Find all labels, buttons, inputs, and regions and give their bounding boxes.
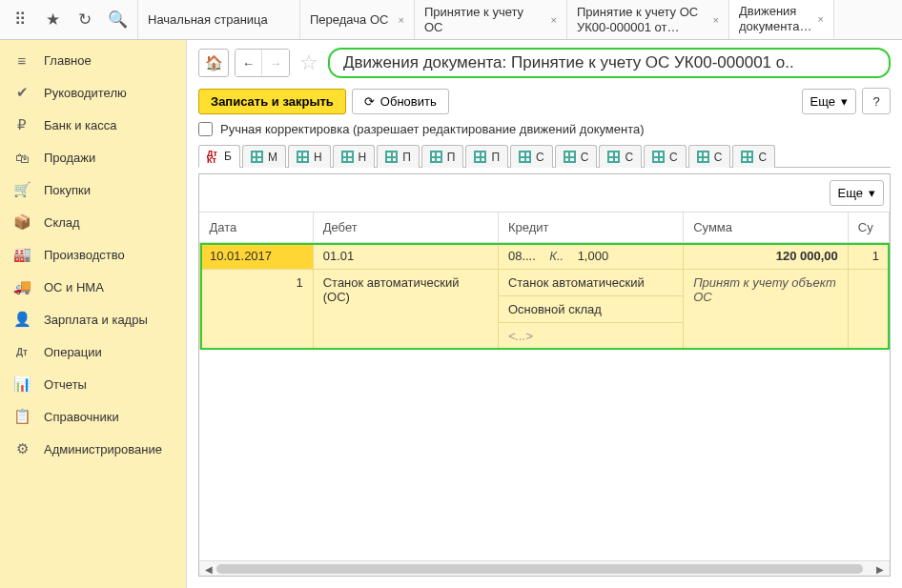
col-debet[interactable]: Дебет — [313, 213, 498, 243]
table-scroll[interactable]: Дата Дебет Кредит Сумма Су 10.01.2017 01… — [199, 213, 890, 560]
grid-icon — [741, 151, 753, 163]
grid-icon — [474, 151, 486, 163]
col-date[interactable]: Дата — [200, 213, 314, 243]
table-row[interactable]: 10.01.2017 01.01 08.... К.. 1,000 120 00… — [200, 243, 890, 270]
grid-icon — [251, 151, 263, 163]
help-button[interactable]: ? — [862, 88, 891, 114]
sidebar-item-reports[interactable]: 📊Отчеты — [0, 368, 186, 400]
scroll-left-icon[interactable]: ◀ — [201, 561, 216, 577]
register-tab[interactable]: С — [599, 145, 642, 168]
movements-table: Дата Дебет Кредит Сумма Су 10.01.2017 01… — [199, 213, 890, 350]
register-tab[interactable]: С — [510, 145, 553, 168]
favorite-icon[interactable]: ☆ — [299, 51, 318, 75]
sidebar-item-production[interactable]: 🏭Производство — [0, 238, 186, 271]
register-tab[interactable]: Н — [333, 145, 376, 168]
register-tab[interactable]: П — [377, 145, 420, 168]
cell-debet-desc: Станок автоматический (ОС) — [313, 270, 498, 350]
topbar: ⠿ ★ ↻ 🔍 Начальная страница Передача ОС ×… — [0, 0, 902, 40]
tab-accept-os[interactable]: Принятие к учету ОС × — [415, 0, 567, 39]
tab-accept-os-doc[interactable]: Принятие к учету ОС УК00-000001 от… × — [567, 0, 729, 39]
register-tab[interactable]: ДтКтБ — [198, 145, 240, 168]
table-row[interactable]: 1 Станок автоматический (ОС) Станок авто… — [200, 270, 890, 350]
sidebar-item-sales[interactable]: 🛍Продажи — [0, 141, 186, 173]
sidebar-item-label: Банк и касса — [44, 118, 117, 132]
sidebar-item-bank[interactable]: ₽Банк и касса — [0, 109, 186, 141]
sidebar-item-label: Продажи — [44, 151, 95, 165]
more-button[interactable]: Еще ▾ — [802, 89, 856, 114]
history-icon[interactable]: ↻ — [71, 6, 99, 34]
sidebar-item-label: Справочники — [44, 410, 119, 424]
close-icon[interactable]: × — [399, 14, 404, 26]
sidebar-item-label: Зарплата и кадры — [44, 313, 148, 327]
menu-icon: ≡ — [13, 51, 31, 69]
register-tab[interactable]: С — [555, 145, 598, 168]
manual-edit-label: Ручная корректировка (разрешает редактир… — [220, 122, 645, 136]
register-tab[interactable]: С — [688, 145, 731, 168]
col-kredit[interactable]: Кредит — [498, 213, 683, 243]
register-tabs: ДтКтБМННПППСССССС — [198, 144, 891, 168]
content: 🏠 ← → ☆ Движения документа: Принятие к у… — [187, 40, 902, 588]
sidebar-item-main[interactable]: ≡Главное — [0, 44, 186, 76]
chevron-down-icon: ▾ — [841, 94, 848, 109]
sidebar-item-admin[interactable]: ⚙Администрирование — [0, 433, 186, 465]
dtkt-icon: Дт — [13, 343, 31, 360]
nav-group: ← → — [235, 49, 290, 77]
scroll-thumb[interactable] — [216, 564, 863, 574]
topbar-icon-group: ⠿ ★ ↻ 🔍 — [0, 0, 138, 39]
sidebar-item-manager[interactable]: ✔Руководителю — [0, 76, 186, 109]
cell-date: 10.01.2017 — [200, 243, 314, 270]
sidebar: ≡Главное ✔Руководителю ₽Банк и касса 🛍Пр… — [0, 40, 187, 588]
register-tab[interactable]: С — [644, 145, 687, 168]
sidebar-item-hr[interactable]: 👤Зарплата и кадры — [0, 303, 186, 335]
manual-edit-checkbox[interactable] — [198, 122, 213, 136]
sidebar-item-label: Главное — [44, 53, 92, 68]
horizontal-scrollbar[interactable]: ◀ ▶ — [199, 560, 890, 576]
close-icon[interactable]: × — [818, 13, 824, 25]
apps-icon[interactable]: ⠿ — [6, 6, 34, 34]
sidebar-item-os[interactable]: 🚚ОС и НМА — [0, 271, 186, 303]
grid-icon — [297, 151, 309, 163]
search-icon[interactable]: 🔍 — [103, 6, 132, 34]
tab-movements[interactable]: Движения документа:… × — [729, 0, 834, 39]
star-icon[interactable]: ★ — [38, 6, 67, 34]
sidebar-item-label: Операции — [44, 345, 102, 359]
chart-icon: 📊 — [13, 375, 31, 393]
register-tab[interactable]: Н — [288, 145, 331, 168]
grid-icon — [697, 151, 709, 163]
home-button[interactable]: 🏠 — [198, 49, 229, 77]
box-icon: 📦 — [13, 213, 31, 231]
save-close-button[interactable]: Записать и закрыть — [198, 89, 346, 114]
register-tab[interactable]: П — [421, 145, 464, 168]
sidebar-item-operations[interactable]: ДтОперации — [0, 335, 186, 368]
back-button[interactable]: ← — [236, 50, 262, 76]
scroll-right-icon[interactable]: ▶ — [872, 561, 888, 577]
cell-extra: 1 — [848, 243, 889, 270]
cell-sum: 120 000,00 — [684, 243, 849, 270]
col-sum[interactable]: Сумма — [684, 213, 849, 243]
table-more-button[interactable]: Еще ▾ — [830, 180, 884, 206]
sidebar-item-label: Администрирование — [44, 442, 162, 456]
sidebar-item-purchases[interactable]: 🛒Покупки — [0, 173, 186, 206]
register-tab[interactable]: С — [732, 145, 775, 168]
register-tab[interactable]: М — [242, 145, 286, 168]
tab-home[interactable]: Начальная страница — [138, 0, 300, 39]
person-icon: 👤 — [13, 311, 31, 328]
cell-sum-desc: Принят к учету объект ОС — [684, 270, 849, 350]
clipboard-icon: 📋 — [13, 408, 31, 425]
grid-icon — [341, 151, 354, 163]
close-icon[interactable]: × — [551, 14, 557, 26]
col-extra[interactable]: Су — [848, 213, 889, 243]
tab-transfer-os[interactable]: Передача ОС × — [300, 0, 415, 39]
table-toolbar: Еще ▾ — [199, 174, 890, 213]
forward-button[interactable]: → — [262, 50, 289, 76]
table-area: Еще ▾ Дата Дебет Кредит Сумма Су — [198, 173, 891, 577]
sidebar-item-refs[interactable]: 📋Справочники — [0, 400, 186, 433]
bag-icon: 🛍 — [13, 149, 31, 166]
table-header-row: Дата Дебет Кредит Сумма Су — [200, 213, 890, 243]
close-icon[interactable]: × — [713, 14, 719, 26]
grid-icon — [430, 151, 442, 163]
sidebar-item-warehouse[interactable]: 📦Склад — [0, 206, 186, 238]
cell-kredit: 08.... К.. 1,000 — [498, 243, 683, 270]
refresh-button[interactable]: ⟳Обновить — [352, 89, 449, 114]
register-tab[interactable]: П — [465, 145, 508, 168]
